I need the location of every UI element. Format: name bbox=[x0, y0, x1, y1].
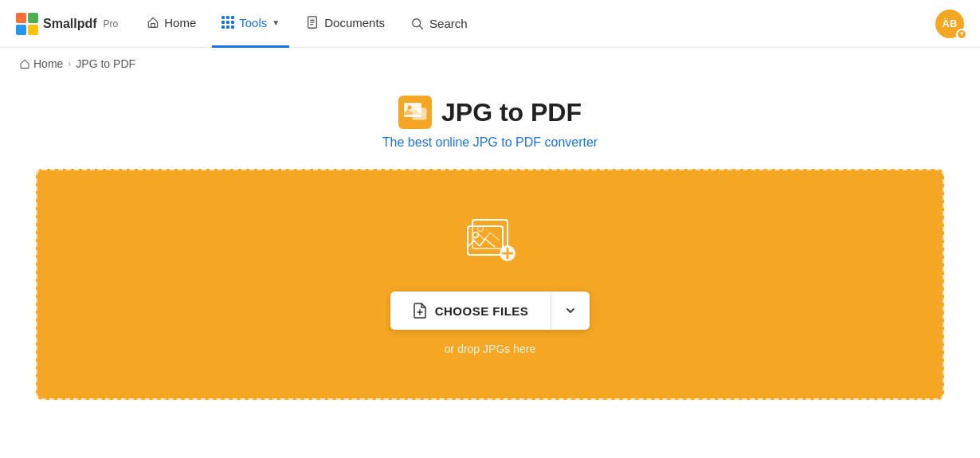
logo-text: Smallpdf bbox=[43, 17, 97, 31]
logo-pro-label: Pro bbox=[104, 18, 119, 29]
image-upload-icon bbox=[458, 213, 522, 269]
nav-documents-label: Documents bbox=[324, 16, 385, 29]
smallpdf-logo-icon bbox=[16, 13, 38, 35]
document-icon bbox=[305, 15, 319, 29]
svg-rect-2 bbox=[16, 25, 26, 35]
svg-rect-17 bbox=[468, 226, 503, 255]
svg-rect-1 bbox=[28, 13, 38, 23]
svg-rect-0 bbox=[16, 13, 26, 23]
choose-files-dropdown-button[interactable] bbox=[551, 293, 590, 328]
tools-dropdown-icon: ▼ bbox=[272, 18, 280, 27]
nav-tools-label: Tools bbox=[239, 16, 267, 29]
choose-files-button[interactable]: CHOOSE FILES bbox=[390, 292, 551, 330]
file-icon bbox=[413, 303, 427, 319]
grid-icon bbox=[221, 16, 234, 29]
breadcrumb: Home › JPG to PDF bbox=[0, 48, 980, 80]
nav-search[interactable]: Search bbox=[401, 0, 477, 48]
page-subtitle: The best online JPG to PDF converter bbox=[382, 135, 598, 150]
logo[interactable]: SmallpdfPro bbox=[16, 13, 118, 35]
breadcrumb-home-label: Home bbox=[33, 57, 63, 70]
choose-files-label: CHOOSE FILES bbox=[435, 304, 529, 318]
svg-point-13 bbox=[407, 106, 411, 110]
jpg-to-pdf-icon bbox=[398, 96, 432, 129]
breadcrumb-home-icon bbox=[19, 58, 30, 69]
choose-files-container: CHOOSE FILES bbox=[390, 292, 590, 330]
nav-tools[interactable]: Tools ▼ bbox=[212, 0, 289, 48]
svg-point-9 bbox=[413, 18, 421, 26]
breadcrumb-separator: › bbox=[68, 58, 71, 69]
page-title: JPG to PDF bbox=[441, 98, 582, 127]
breadcrumb-home[interactable]: Home bbox=[19, 57, 63, 70]
breadcrumb-current: JPG to PDF bbox=[76, 57, 135, 70]
drop-hint: or drop JPGs here bbox=[445, 343, 535, 355]
header: SmallpdfPro Home Tools ▼ Documents bbox=[0, 0, 980, 48]
home-icon bbox=[147, 16, 159, 29]
nav-home-label: Home bbox=[164, 16, 196, 29]
avatar-initials: ÄB bbox=[943, 18, 958, 29]
upload-icon-area bbox=[458, 213, 522, 272]
svg-line-10 bbox=[420, 25, 423, 29]
svg-rect-3 bbox=[28, 25, 38, 35]
main-content: JPG to PDF The best online JPG to PDF co… bbox=[0, 80, 980, 432]
svg-rect-4 bbox=[151, 24, 155, 28]
nav-home[interactable]: Home bbox=[137, 0, 206, 48]
page-title-area: JPG to PDF bbox=[398, 96, 582, 129]
avatar-dropdown-icon: ▾ bbox=[956, 29, 967, 40]
search-icon bbox=[410, 17, 425, 31]
drop-zone[interactable]: CHOOSE FILES or drop JPGs here bbox=[36, 169, 944, 400]
nav-documents[interactable]: Documents bbox=[296, 0, 394, 48]
chevron-down-icon bbox=[564, 304, 577, 317]
user-avatar[interactable]: ÄB ▾ bbox=[935, 10, 964, 38]
svg-rect-14 bbox=[413, 108, 426, 119]
nav-search-label: Search bbox=[429, 17, 468, 30]
